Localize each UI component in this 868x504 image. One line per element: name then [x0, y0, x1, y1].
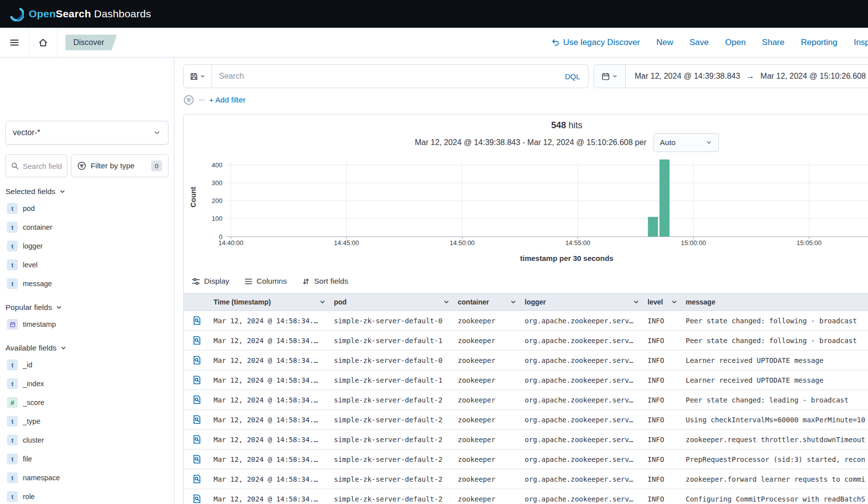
header-cell-pod[interactable]: pod	[330, 294, 454, 310]
expand-row-button[interactable]	[184, 435, 210, 444]
histogram-bar[interactable]	[659, 159, 669, 237]
filter-divider	[199, 100, 205, 101]
field-item-role[interactable]: trole	[5, 487, 168, 504]
app-header: OpenSearch Dashboards	[0, 0, 868, 28]
field-item-message[interactable]: tmessage	[5, 274, 168, 293]
index-pattern-select[interactable]: vector-*	[5, 121, 168, 145]
field-item-_index[interactable]: t_index	[5, 374, 168, 393]
cell-message: Peer state changed: following - broadcas…	[682, 337, 868, 345]
filter-count-badge: 0	[151, 160, 162, 171]
cell-time: Mar 12, 2024 @ 14:58:34.…	[210, 317, 330, 325]
brand-rest: Dashboards	[91, 8, 151, 19]
date-picker-calendar-button[interactable]	[594, 65, 626, 88]
display-label: Display	[204, 277, 229, 286]
field-item-_id[interactable]: t_id	[5, 355, 168, 374]
header-cell-logger[interactable]: logger	[521, 294, 644, 310]
y-axis-title: Count	[189, 172, 197, 222]
header-cell-time-timestamp[interactable]: Time (timestamp)	[210, 294, 330, 310]
cell-time: Mar 12, 2024 @ 14:58:34.…	[210, 455, 330, 463]
svg-text:14:50:00: 14:50:00	[449, 239, 475, 247]
search-box: DQL	[212, 64, 589, 88]
display-button[interactable]: Display	[192, 277, 229, 286]
cell-logger: org.apache.zookeeper.serv…	[521, 436, 644, 444]
expand-row-button[interactable]	[184, 336, 210, 345]
cell-level: INFO	[644, 475, 682, 483]
header-cell-container[interactable]: container	[454, 294, 521, 310]
inspect-link[interactable]: Inspect	[854, 38, 868, 48]
available-fields-toggle[interactable]: Available fields	[5, 342, 168, 354]
chevron-down-icon	[55, 304, 62, 311]
cell-message: Peer state changed: leading - broadcast	[682, 396, 868, 404]
save-link[interactable]: Save	[690, 38, 709, 48]
query-language-button[interactable]: DQL	[557, 72, 588, 81]
expand-row-button[interactable]	[184, 415, 210, 424]
sliders-icon	[192, 277, 200, 286]
search-input[interactable]	[212, 72, 557, 81]
saved-queries-button[interactable]	[183, 64, 212, 88]
sort-fields-button[interactable]: Sort fields	[302, 277, 348, 286]
filter-by-type-button[interactable]: Filter by type 0	[71, 154, 168, 177]
table-row: Mar 12, 2024 @ 14:58:34.…simple-zk-serve…	[184, 469, 868, 489]
cell-logger: org.apache.zookeeper.serv…	[521, 416, 644, 424]
field-item-_type[interactable]: t_type	[5, 412, 168, 431]
header-cell-level[interactable]: level	[644, 294, 682, 310]
cell-container: zookeeper	[454, 317, 521, 325]
selected-fields-toggle[interactable]: Selected fields	[5, 185, 168, 198]
field-name: _id	[23, 361, 32, 369]
breadcrumb[interactable]: Discover	[65, 35, 117, 50]
expand-row-button[interactable]	[184, 355, 210, 365]
svg-text:15:00:00: 15:00:00	[681, 239, 706, 247]
popular-fields-toggle[interactable]: Popular fields	[5, 301, 168, 314]
expand-document-icon	[192, 435, 202, 444]
share-link[interactable]: Share	[762, 38, 784, 48]
field-item-cluster[interactable]: tcluster	[5, 431, 168, 450]
string-field-icon: t	[7, 378, 18, 389]
field-name: pod	[23, 204, 35, 212]
cell-time: Mar 12, 2024 @ 14:58:34.…	[210, 376, 330, 384]
expand-row-button[interactable]	[184, 316, 210, 325]
cell-container: zookeeper	[454, 416, 521, 424]
new-link[interactable]: New	[656, 38, 673, 48]
expand-row-button[interactable]	[184, 494, 210, 504]
expand-row-button[interactable]	[184, 474, 210, 484]
expand-row-button[interactable]	[184, 375, 210, 385]
histogram-bar[interactable]	[648, 217, 658, 237]
open-link[interactable]: Open	[725, 38, 746, 48]
column-label: logger	[525, 298, 546, 306]
field-item-pod[interactable]: tpod	[5, 199, 168, 218]
sidebar-field-sections: Selected fieldstpodtcontainertloggertlev…	[5, 185, 168, 504]
home-button[interactable]	[29, 28, 57, 57]
cell-container: zookeeper	[454, 475, 521, 483]
field-item-file[interactable]: tfile	[5, 450, 168, 468]
chevron-down-icon	[60, 345, 67, 352]
date-to[interactable]: Mar 12, 2024 @ 15:10:26.608	[760, 72, 866, 81]
field-search[interactable]	[5, 154, 67, 177]
expand-row-button[interactable]	[184, 395, 210, 404]
field-item-logger[interactable]: tlogger	[5, 237, 168, 255]
interval-select[interactable]: Auto	[653, 133, 719, 152]
header-cell-message[interactable]: message	[682, 294, 868, 310]
cell-pod: simple-zk-server-default-1	[330, 376, 454, 384]
field-item-level[interactable]: tlevel	[5, 255, 168, 274]
field-search-input[interactable]	[23, 162, 62, 170]
chevron-down-icon	[633, 299, 640, 305]
expand-row-button[interactable]	[184, 454, 210, 464]
field-item-_score[interactable]: #_score	[5, 393, 168, 412]
date-picker: Mar 12, 2024 @ 14:39:38.843 → Mar 12, 20…	[594, 64, 868, 88]
string-field-icon: t	[7, 259, 18, 270]
chevron-down-icon	[200, 73, 206, 79]
field-item-namespace[interactable]: tnamespace	[5, 468, 168, 487]
menu-button[interactable]	[0, 28, 29, 57]
cell-message: PrepRequestProcessor (sid:3) started, re…	[682, 455, 868, 463]
calendar-icon	[601, 72, 610, 81]
reporting-link[interactable]: Reporting	[801, 38, 837, 48]
add-filter-button[interactable]: + Add filter	[209, 96, 246, 104]
filter-group-icon[interactable]	[183, 95, 194, 105]
date-from[interactable]: Mar 12, 2024 @ 14:39:38.843	[635, 72, 740, 81]
cell-time: Mar 12, 2024 @ 14:58:34.…	[210, 475, 330, 483]
use-legacy-discover-link[interactable]: Use legacy Discover	[551, 38, 640, 48]
field-item-container[interactable]: tcontainer	[5, 218, 168, 237]
field-item-timestamp[interactable]: timestamp	[5, 315, 168, 334]
columns-button[interactable]: Columns	[244, 277, 287, 286]
expand-document-icon	[192, 336, 202, 345]
